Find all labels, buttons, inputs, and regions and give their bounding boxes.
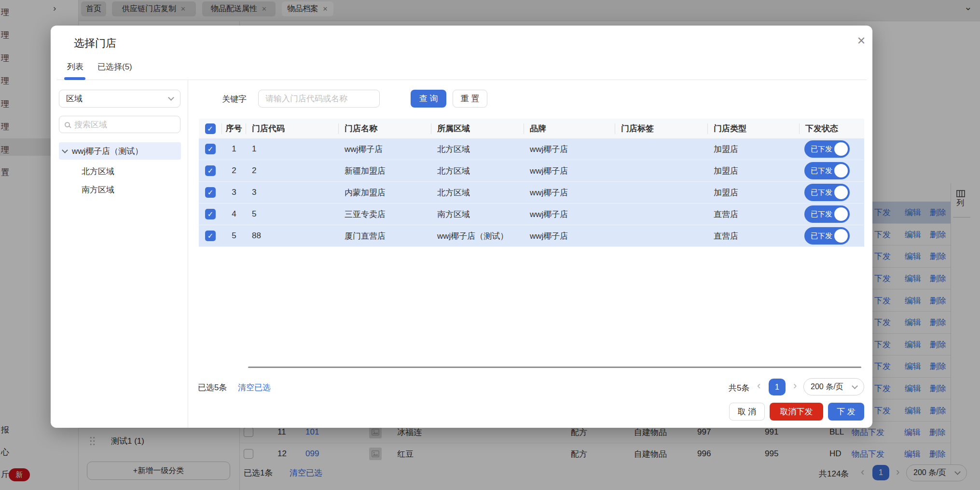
- toggle-knob: [834, 229, 848, 243]
- checkbox-checked[interactable]: ✓: [205, 187, 216, 198]
- reset-button[interactable]: 重 置: [453, 90, 487, 108]
- toggle-label: 已下发: [811, 231, 832, 241]
- store-status-cell: 已下发: [800, 140, 864, 158]
- store-type: 直营店: [708, 209, 800, 220]
- send-status-toggle[interactable]: 已下发: [804, 227, 850, 245]
- tree-node-root[interactable]: wwj椰子店（测试）: [59, 142, 181, 160]
- store-region: 南方区域: [431, 209, 524, 220]
- store-row[interactable]: ✓588厦门直营店wwj椰子店（测试）wwj椰子店直营店已下发: [199, 225, 864, 247]
- store-brand: wwj椰子店: [524, 165, 615, 177]
- store-type: 直营店: [708, 231, 800, 242]
- checkbox-checked[interactable]: ✓: [205, 209, 216, 219]
- store-row[interactable]: ✓22新疆加盟店北方区域wwj椰子店加盟店已下发: [199, 160, 864, 182]
- send-status-toggle[interactable]: 已下发: [804, 140, 850, 158]
- region-search-placeholder: 搜索区域: [74, 119, 107, 130]
- store-code: 88: [246, 231, 339, 241]
- tree-root-label: wwj椰子店（测试）: [72, 146, 143, 157]
- store-region: 北方区域: [431, 187, 524, 198]
- column-header: 门店类型: [708, 123, 800, 134]
- region-search-input[interactable]: 搜索区域: [59, 116, 180, 133]
- store-seq: 3: [222, 188, 246, 197]
- store-brand: wwj椰子店: [524, 231, 615, 242]
- modal-selected-count: 已选5条: [198, 382, 227, 393]
- store-status-cell: 已下发: [800, 162, 864, 179]
- header-checkbox-checked[interactable]: ✓: [205, 123, 216, 134]
- store-name: 三亚专卖店: [339, 209, 431, 220]
- modal-total-count: 共5条: [729, 382, 749, 394]
- send-status-toggle[interactable]: 已下发: [804, 184, 850, 201]
- store-row[interactable]: ✓45三亚专卖店南方区域wwj椰子店直营店已下发: [199, 204, 864, 225]
- store-select-modal: 选择门店 ✕ 列表 已选择(5) 区域 搜索区域 wwj椰子店（测试） 北方区域…: [51, 26, 872, 428]
- modal-next-page-icon[interactable]: ›: [793, 380, 797, 392]
- store-type: 加盟店: [708, 187, 800, 198]
- store-type: 加盟店: [708, 165, 800, 177]
- region-type-value: 区域: [66, 93, 83, 104]
- store-name: wwj椰子店: [339, 144, 431, 155]
- toggle-knob: [834, 207, 848, 221]
- query-button[interactable]: 查 询: [411, 90, 446, 108]
- store-row[interactable]: ✓33内蒙加盟店北方区域wwj椰子店加盟店已下发: [199, 182, 864, 204]
- column-header: 品牌: [524, 123, 615, 134]
- store-brand: wwj椰子店: [524, 187, 615, 198]
- row-checkbox-cell: ✓: [199, 187, 222, 198]
- tree-node-child[interactable]: 南方区域: [82, 184, 114, 195]
- tree-expand-icon[interactable]: [62, 147, 68, 153]
- toggle-knob: [834, 164, 848, 177]
- store-name: 厦门直营店: [339, 231, 431, 242]
- modal-title: 选择门店: [74, 36, 116, 51]
- checkbox-checked[interactable]: ✓: [205, 231, 216, 241]
- header-checkbox-cell: ✓: [199, 123, 222, 134]
- store-seq: 4: [222, 209, 246, 219]
- store-seq: 1: [222, 144, 246, 154]
- tab-selected[interactable]: 已选择(5): [97, 61, 132, 72]
- checkbox-checked[interactable]: ✓: [205, 144, 216, 154]
- region-type-select[interactable]: 区域: [59, 90, 180, 108]
- modal-page-size-select[interactable]: 200 条/页: [803, 378, 864, 395]
- store-brand: wwj椰子店: [524, 144, 615, 155]
- send-button[interactable]: 下 发: [828, 403, 864, 421]
- column-header: 所属区域: [431, 123, 524, 134]
- chevron-down-icon: [852, 383, 858, 389]
- modal-clear-selected-link[interactable]: 清空已选: [238, 382, 271, 393]
- tree-node-child[interactable]: 北方区域: [82, 166, 114, 177]
- toggle-knob: [834, 142, 848, 156]
- toggle-label: 已下发: [811, 188, 832, 197]
- cancel-button[interactable]: 取 消: [729, 403, 765, 421]
- store-region: wwj椰子店（测试）: [431, 231, 524, 242]
- store-type: 加盟店: [708, 144, 800, 155]
- close-icon[interactable]: ✕: [853, 32, 870, 50]
- store-status-cell: 已下发: [800, 227, 864, 245]
- row-checkbox-cell: ✓: [199, 231, 222, 241]
- send-status-toggle[interactable]: 已下发: [804, 205, 850, 223]
- row-checkbox-cell: ✓: [199, 144, 222, 154]
- modal-page-size-value: 200 条/页: [811, 382, 843, 392]
- row-checkbox-cell: ✓: [199, 165, 222, 176]
- modal-left-panel: 区域 搜索区域 wwj椰子店（测试） 北方区域 南方区域: [51, 80, 188, 428]
- store-code: 2: [246, 166, 339, 176]
- store-row[interactable]: ✓11wwj椰子店北方区域wwj椰子店加盟店已下发: [199, 138, 864, 160]
- column-header: 序号: [222, 123, 246, 134]
- horizontal-scrollbar[interactable]: [248, 367, 861, 368]
- send-status-toggle[interactable]: 已下发: [804, 162, 850, 179]
- modal-prev-page-icon[interactable]: ‹: [757, 380, 760, 392]
- column-header: 下发状态: [800, 123, 864, 134]
- chevron-down-icon: [168, 95, 174, 101]
- column-header: 门店代码: [246, 123, 339, 134]
- keyword-input[interactable]: 请输入门店代码或名称: [258, 90, 380, 108]
- cancel-send-button[interactable]: 取消下发: [770, 403, 823, 421]
- modal-page-number[interactable]: 1: [769, 379, 786, 395]
- store-status-cell: 已下发: [800, 205, 864, 223]
- store-seq: 2: [222, 166, 246, 176]
- store-table: ✓序号门店代码门店名称所属区域品牌门店标签门店类型下发状态 ✓11wwj椰子店北…: [199, 119, 864, 247]
- store-name: 新疆加盟店: [339, 165, 431, 177]
- column-header: 门店标签: [615, 123, 708, 134]
- store-region: 北方区域: [431, 165, 524, 177]
- keyword-placeholder: 请输入门店代码或名称: [265, 93, 347, 104]
- tab-list[interactable]: 列表: [67, 61, 83, 72]
- store-status-cell: 已下发: [800, 184, 864, 201]
- table-header-row: ✓序号门店代码门店名称所属区域品牌门店标签门店类型下发状态: [199, 119, 864, 138]
- search-icon: [65, 122, 70, 127]
- checkbox-checked[interactable]: ✓: [205, 165, 216, 176]
- store-name: 内蒙加盟店: [339, 187, 431, 198]
- toggle-knob: [834, 186, 848, 199]
